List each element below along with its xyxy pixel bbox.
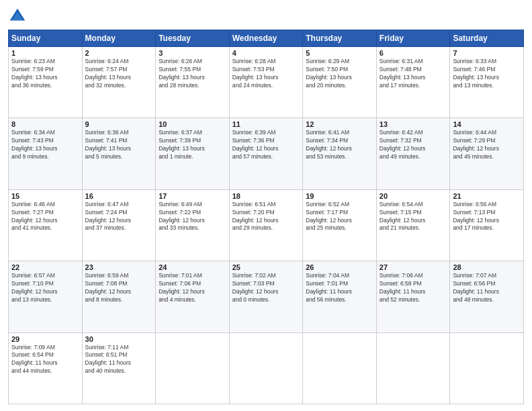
day-number: 16 [85, 192, 153, 200]
col-header-sunday: Sunday [9, 30, 83, 47]
table-row: 20Sunrise: 6:54 AM Sunset: 7:15 PM Dayli… [376, 189, 450, 261]
day-number: 23 [85, 263, 153, 271]
table-row: 25Sunrise: 7:02 AM Sunset: 7:03 PM Dayli… [229, 261, 303, 332]
table-row [376, 332, 450, 404]
table-row: 24Sunrise: 7:01 AM Sunset: 7:06 PM Dayli… [156, 261, 230, 332]
page: SundayMondayTuesdayWednesdayThursdayFrid… [0, 0, 532, 411]
day-info: Sunrise: 7:01 AM Sunset: 7:06 PM Dayligh… [159, 272, 226, 304]
day-number: 9 [85, 120, 153, 128]
day-info: Sunrise: 6:36 AM Sunset: 7:41 PM Dayligh… [85, 129, 153, 161]
day-number: 8 [11, 120, 79, 128]
col-header-saturday: Saturday [450, 30, 524, 47]
day-number: 19 [306, 192, 373, 200]
table-row: 12Sunrise: 6:41 AM Sunset: 7:34 PM Dayli… [303, 118, 377, 189]
table-row: 1Sunrise: 6:23 AM Sunset: 7:59 PM Daylig… [9, 47, 83, 118]
day-number: 11 [232, 120, 300, 128]
day-number: 28 [453, 263, 521, 271]
table-row [303, 332, 377, 404]
logo [8, 7, 30, 26]
day-number: 25 [232, 263, 300, 271]
table-row: 19Sunrise: 6:52 AM Sunset: 7:17 PM Dayli… [303, 189, 377, 261]
day-number: 2 [85, 49, 153, 57]
col-header-friday: Friday [376, 30, 450, 47]
table-row: 15Sunrise: 6:46 AM Sunset: 7:27 PM Dayli… [9, 189, 83, 261]
table-row: 21Sunrise: 6:56 AM Sunset: 7:13 PM Dayli… [450, 189, 524, 261]
col-header-monday: Monday [82, 30, 156, 47]
table-row: 17Sunrise: 6:49 AM Sunset: 7:22 PM Dayli… [156, 189, 230, 261]
day-info: Sunrise: 7:07 AM Sunset: 6:56 PM Dayligh… [453, 272, 521, 304]
day-number: 29 [11, 335, 79, 343]
table-row: 6Sunrise: 6:31 AM Sunset: 7:48 PM Daylig… [376, 47, 450, 118]
day-info: Sunrise: 6:52 AM Sunset: 7:17 PM Dayligh… [306, 201, 373, 233]
day-info: Sunrise: 6:54 AM Sunset: 7:15 PM Dayligh… [380, 201, 447, 233]
day-info: Sunrise: 7:09 AM Sunset: 6:54 PM Dayligh… [11, 344, 79, 376]
col-header-thursday: Thursday [303, 30, 377, 47]
day-info: Sunrise: 7:04 AM Sunset: 7:01 PM Dayligh… [306, 272, 373, 304]
logo-icon [8, 7, 27, 26]
day-info: Sunrise: 6:51 AM Sunset: 7:20 PM Dayligh… [232, 201, 300, 233]
day-number: 4 [232, 49, 300, 57]
day-number: 1 [11, 49, 79, 57]
day-info: Sunrise: 6:47 AM Sunset: 7:24 PM Dayligh… [85, 201, 153, 233]
table-row: 26Sunrise: 7:04 AM Sunset: 7:01 PM Dayli… [303, 261, 377, 332]
table-row: 8Sunrise: 6:34 AM Sunset: 7:43 PM Daylig… [9, 118, 83, 189]
table-row: 4Sunrise: 6:28 AM Sunset: 7:53 PM Daylig… [229, 47, 303, 118]
table-row: 14Sunrise: 6:44 AM Sunset: 7:29 PM Dayli… [450, 118, 524, 189]
table-row [156, 332, 230, 404]
day-info: Sunrise: 6:28 AM Sunset: 7:53 PM Dayligh… [232, 58, 300, 90]
day-number: 22 [11, 263, 79, 271]
day-info: Sunrise: 6:59 AM Sunset: 7:08 PM Dayligh… [85, 272, 153, 304]
day-info: Sunrise: 6:56 AM Sunset: 7:13 PM Dayligh… [453, 201, 521, 233]
table-row: 29Sunrise: 7:09 AM Sunset: 6:54 PM Dayli… [9, 332, 83, 404]
day-number: 27 [380, 263, 447, 271]
day-number: 20 [380, 192, 447, 200]
day-number: 30 [85, 335, 153, 343]
col-header-tuesday: Tuesday [156, 30, 230, 47]
col-header-wednesday: Wednesday [229, 30, 303, 47]
day-info: Sunrise: 6:26 AM Sunset: 7:55 PM Dayligh… [159, 58, 226, 90]
day-info: Sunrise: 6:34 AM Sunset: 7:43 PM Dayligh… [11, 129, 79, 161]
day-info: Sunrise: 6:57 AM Sunset: 7:10 PM Dayligh… [11, 272, 79, 304]
table-row: 18Sunrise: 6:51 AM Sunset: 7:20 PM Dayli… [229, 189, 303, 261]
day-info: Sunrise: 7:02 AM Sunset: 7:03 PM Dayligh… [232, 272, 300, 304]
day-info: Sunrise: 6:23 AM Sunset: 7:59 PM Dayligh… [11, 58, 79, 90]
day-number: 18 [232, 192, 300, 200]
day-info: Sunrise: 6:49 AM Sunset: 7:22 PM Dayligh… [159, 201, 226, 233]
day-number: 26 [306, 263, 373, 271]
day-number: 10 [159, 120, 226, 128]
table-row: 9Sunrise: 6:36 AM Sunset: 7:41 PM Daylig… [82, 118, 156, 189]
day-number: 7 [453, 49, 521, 57]
table-row [450, 332, 524, 404]
table-row: 5Sunrise: 6:29 AM Sunset: 7:50 PM Daylig… [303, 47, 377, 118]
table-row: 7Sunrise: 6:33 AM Sunset: 7:46 PM Daylig… [450, 47, 524, 118]
table-row: 3Sunrise: 6:26 AM Sunset: 7:55 PM Daylig… [156, 47, 230, 118]
day-info: Sunrise: 6:33 AM Sunset: 7:46 PM Dayligh… [453, 58, 521, 90]
day-info: Sunrise: 6:46 AM Sunset: 7:27 PM Dayligh… [11, 201, 79, 233]
day-number: 3 [159, 49, 226, 57]
day-number: 12 [306, 120, 373, 128]
table-row [229, 332, 303, 404]
table-row: 11Sunrise: 6:39 AM Sunset: 7:36 PM Dayli… [229, 118, 303, 189]
day-number: 13 [380, 120, 447, 128]
day-info: Sunrise: 7:11 AM Sunset: 6:51 PM Dayligh… [85, 344, 153, 376]
day-number: 17 [159, 192, 226, 200]
day-info: Sunrise: 6:39 AM Sunset: 7:36 PM Dayligh… [232, 129, 300, 161]
day-number: 14 [453, 120, 521, 128]
day-info: Sunrise: 6:41 AM Sunset: 7:34 PM Dayligh… [306, 129, 373, 161]
day-info: Sunrise: 6:24 AM Sunset: 7:57 PM Dayligh… [85, 58, 153, 90]
table-row: 13Sunrise: 6:42 AM Sunset: 7:32 PM Dayli… [376, 118, 450, 189]
day-info: Sunrise: 7:06 AM Sunset: 6:58 PM Dayligh… [380, 272, 447, 304]
table-row: 23Sunrise: 6:59 AM Sunset: 7:08 PM Dayli… [82, 261, 156, 332]
table-row: 27Sunrise: 7:06 AM Sunset: 6:58 PM Dayli… [376, 261, 450, 332]
day-number: 24 [159, 263, 226, 271]
day-info: Sunrise: 6:31 AM Sunset: 7:48 PM Dayligh… [380, 58, 447, 90]
day-number: 6 [380, 49, 447, 57]
day-number: 5 [306, 49, 373, 57]
day-info: Sunrise: 6:42 AM Sunset: 7:32 PM Dayligh… [380, 129, 447, 161]
day-info: Sunrise: 6:44 AM Sunset: 7:29 PM Dayligh… [453, 129, 521, 161]
day-info: Sunrise: 6:29 AM Sunset: 7:50 PM Dayligh… [306, 58, 373, 90]
day-info: Sunrise: 6:37 AM Sunset: 7:39 PM Dayligh… [159, 129, 226, 161]
table-row: 10Sunrise: 6:37 AM Sunset: 7:39 PM Dayli… [156, 118, 230, 189]
table-row: 16Sunrise: 6:47 AM Sunset: 7:24 PM Dayli… [82, 189, 156, 261]
calendar-table: SundayMondayTuesdayWednesdayThursdayFrid… [8, 30, 524, 404]
